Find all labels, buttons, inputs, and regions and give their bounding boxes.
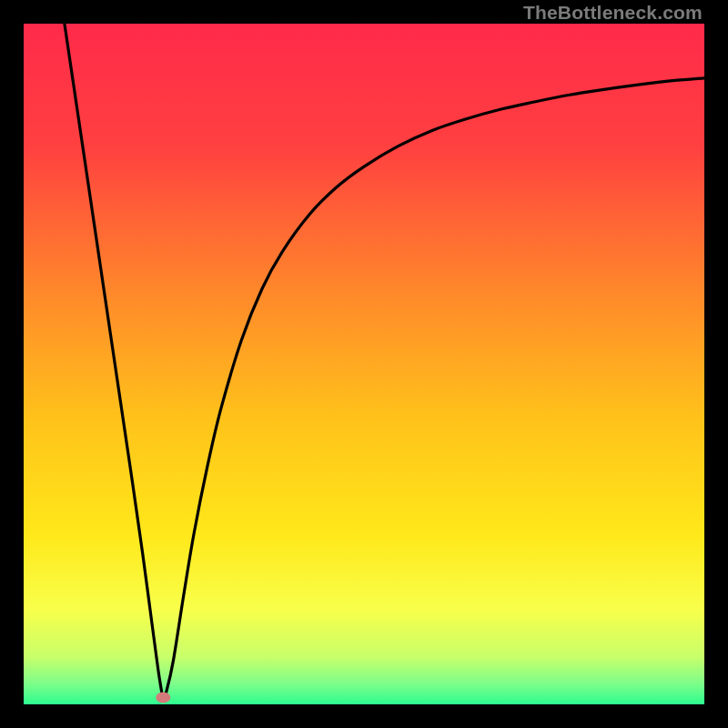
watermark-text: TheBottleneck.com <box>523 2 703 24</box>
optimum-marker <box>156 693 170 703</box>
chart-background <box>24 24 704 704</box>
chart-frame <box>24 24 704 704</box>
chart-svg <box>24 24 704 704</box>
